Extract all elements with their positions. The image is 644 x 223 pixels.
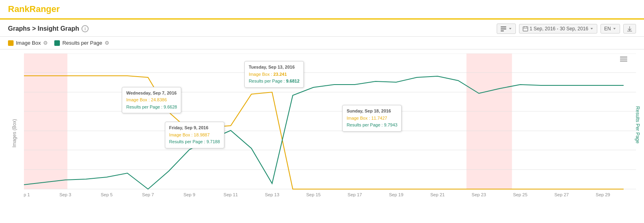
svg-text:Sep 5: Sep 5 (101, 192, 113, 197)
breadcrumb: Graphs > Insight Graph i (8, 25, 89, 32)
header: RankRanger (0, 0, 644, 20)
hm-line-3 (620, 61, 627, 61)
svg-text:Sep 1: Sep 1 (24, 192, 30, 197)
date-range-label: 1 Sep, 2016 - 30 Sep, 2016 (530, 26, 589, 32)
svg-rect-0 (501, 26, 506, 28)
language-label: EN (604, 26, 611, 32)
svg-text:Sep 17: Sep 17 (348, 192, 362, 197)
image-box-line (24, 76, 624, 189)
legend-image-box-label: Image Box (16, 40, 41, 46)
svg-text:Sep 19: Sep 19 (389, 192, 403, 197)
logo-rank: Rank (8, 4, 30, 14)
pink-region-right (466, 53, 512, 189)
chart-area: Images (Box) 27.5 25 22.5 20 1 (0, 49, 644, 217)
breadcrumb-text: Graphs > Insight Graph (8, 25, 79, 32)
info-icon[interactable]: i (81, 25, 89, 32)
legend-results-label: Results per Page (62, 40, 102, 46)
hm-line-1 (620, 57, 627, 57)
legend-image-box-dot (8, 40, 14, 46)
logo: RankRanger (8, 4, 636, 14)
legend-bar: Image Box ⚙ Results per Page ⚙ (0, 37, 644, 49)
svg-rect-1 (501, 28, 506, 30)
language-button[interactable]: EN (600, 24, 620, 34)
svg-text:Sep 15: Sep 15 (306, 192, 321, 197)
toolbar-right: 1 Sep, 2016 - 30 Sep, 2016 EN (497, 24, 636, 34)
pink-region-left (24, 53, 67, 189)
legend-results-per-page: Results per Page ⚙ (54, 40, 109, 46)
date-range-button[interactable]: 1 Sep, 2016 - 30 Sep, 2016 (519, 24, 598, 34)
svg-text:Sep 27: Sep 27 (555, 192, 569, 197)
campaigns-button[interactable] (497, 24, 516, 34)
svg-rect-4 (523, 27, 528, 31)
svg-text:Sep 11: Sep 11 (224, 192, 238, 197)
chart-container: 27.5 25 22.5 20 17.5 15 12.5 9.825 9.8 9… (24, 53, 636, 205)
legend-results-gear[interactable]: ⚙ (105, 40, 109, 46)
legend-image-box-gear[interactable]: ⚙ (43, 40, 48, 46)
svg-text:Sep 29: Sep 29 (596, 192, 610, 197)
svg-text:Sep 23: Sep 23 (472, 192, 486, 197)
svg-text:Sep 9: Sep 9 (183, 192, 195, 197)
svg-rect-2 (501, 30, 504, 32)
y-axis-left-label: Images (Box) (12, 119, 17, 147)
svg-marker-3 (509, 28, 511, 30)
legend-results-dot (54, 40, 60, 46)
svg-marker-8 (590, 28, 593, 30)
svg-text:Sep 13: Sep 13 (265, 192, 279, 197)
svg-text:Sep 21: Sep 21 (430, 192, 445, 197)
hm-line-2 (620, 59, 627, 59)
svg-text:Sep 3: Sep 3 (59, 192, 71, 197)
y-axis-right-label: Results Per Page (634, 106, 640, 143)
results-per-page-line (24, 76, 624, 189)
hamburger-menu[interactable] (620, 57, 627, 61)
svg-text:Sep 25: Sep 25 (513, 192, 527, 197)
svg-marker-9 (613, 28, 616, 30)
download-button[interactable] (623, 24, 636, 34)
legend-image-box: Image Box ⚙ (8, 40, 48, 46)
svg-text:Sep 7: Sep 7 (142, 192, 154, 197)
logo-ranger: Ranger (30, 4, 60, 14)
breadcrumb-bar: Graphs > Insight Graph i 1 Sep, 2016 - 3… (0, 20, 644, 37)
chart-svg: 27.5 25 22.5 20 17.5 15 12.5 9.825 9.8 9… (24, 53, 636, 205)
